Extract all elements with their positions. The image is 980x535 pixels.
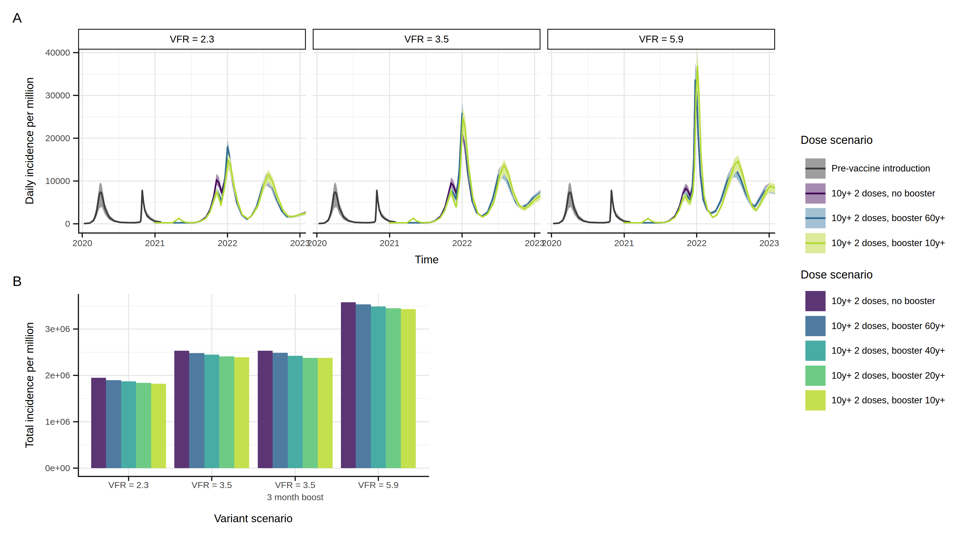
facet-strip-vfr-5.9: VFR = 5.9 <box>547 29 775 50</box>
x-tick-label: 2021 <box>370 238 409 248</box>
y-tick-mark <box>73 95 78 96</box>
legend-key-swatch <box>805 390 826 410</box>
series-line-booster_10 <box>624 66 775 223</box>
y-tick-mark <box>73 52 78 53</box>
legend-key-swatch <box>805 341 826 361</box>
y-tick-label: 1e+06 <box>29 417 70 427</box>
y-tick-label: 0e+00 <box>29 463 70 473</box>
bar-3.5-s3 <box>302 358 317 468</box>
bar-3.5-s1 <box>273 353 288 468</box>
bar-3.5-s0 <box>258 351 273 468</box>
legend-key-line <box>805 193 826 194</box>
x-tick-label: 2020 <box>532 238 571 248</box>
legend-key-swatch <box>805 366 826 386</box>
x-tick-mark <box>768 233 770 238</box>
x-tick-mark <box>299 233 301 238</box>
bar-5.9-s4 <box>401 309 416 468</box>
facet-plot-2.3 <box>78 50 306 234</box>
y-tick-mark <box>73 137 78 139</box>
y-tick-mark <box>73 468 78 469</box>
bar-3.5-s4 <box>318 358 332 468</box>
series-line-pre-vaccine <box>554 190 630 224</box>
facet-plot-3.5 <box>313 50 541 234</box>
legend-key-line <box>805 217 826 219</box>
bar-5.9-s0 <box>341 302 356 468</box>
facet-strip-vfr-2.3: VFR = 2.3 <box>78 29 306 50</box>
y-tick-label: 10000 <box>29 176 70 186</box>
x-tick-mark <box>696 233 697 238</box>
legend-key-line <box>805 168 826 169</box>
panel-b-x-axis-title: Variant scenario <box>214 513 293 525</box>
legend-a-title: Dose scenario <box>801 134 873 147</box>
y-tick-mark <box>73 223 78 224</box>
legend-key-swatch <box>805 316 826 336</box>
legend-key-ribbon <box>805 184 826 204</box>
bar-3.5-s3 <box>219 356 234 468</box>
facet-plot-5.9 <box>547 50 775 234</box>
legend-b-item-label: 10y+ 2 doses, booster 40y+ <box>832 341 945 361</box>
category-sublabel: 3 month boost <box>248 492 343 502</box>
x-tick-mark <box>389 233 390 238</box>
category-label: VFR = 5.9 <box>337 480 420 490</box>
legend-key-line <box>805 242 826 244</box>
legend-a-item-label: 10y+ 2 doses, booster 10y+ <box>832 233 945 253</box>
x-tick-mark <box>534 233 535 238</box>
facet-strip-vfr-3.5: VFR = 3.5 <box>313 29 541 50</box>
figure-canvas: { "figure": { "panel_a_label": "A", "pan… <box>0 0 980 535</box>
x-tick-label: 2020 <box>63 238 102 248</box>
y-tick-mark <box>73 329 78 330</box>
legend-b-item-label: 10y+ 2 doses, booster 60y+ <box>832 316 945 336</box>
legend-b-item-label: 10y+ 2 doses, booster 10y+ <box>832 390 945 410</box>
bar-3.5-s2 <box>204 355 219 468</box>
x-tick-mark <box>624 233 625 238</box>
x-tick-mark <box>461 233 463 238</box>
category-label: VFR = 3.5 <box>170 480 253 490</box>
x-tick-label: 2020 <box>298 238 336 248</box>
legend-a-item-label: 10y+ 2 doses, no booster <box>832 184 935 204</box>
bar-3.5-s1 <box>189 353 204 468</box>
x-tick-mark <box>316 233 317 238</box>
bar-2.3-s2 <box>121 381 136 468</box>
y-tick-label: 3e+06 <box>29 324 70 334</box>
y-tick-label: 40000 <box>29 48 70 57</box>
bar-3.5-s2 <box>288 356 302 468</box>
y-tick-mark <box>73 180 78 182</box>
legend-a-item-label: 10y+ 2 doses, booster 60y+ <box>832 208 945 228</box>
x-tick-label: 2022 <box>208 238 247 248</box>
legend-b-title: Dose scenario <box>801 268 873 281</box>
bar-3.5-s4 <box>234 357 249 468</box>
y-tick-label: 0 <box>29 219 70 229</box>
bar-2.3-s3 <box>136 383 151 468</box>
bar-2.3-s4 <box>151 384 166 468</box>
x-tick-mark <box>154 233 156 238</box>
y-tick-label: 20000 <box>29 133 70 143</box>
category-label: VFR = 2.3 <box>87 480 170 490</box>
series-ribbon-booster_10 <box>624 51 775 223</box>
bar-2.3-s1 <box>106 380 121 468</box>
series-line-booster_10 <box>390 118 541 223</box>
panel-b-label: B <box>13 273 22 289</box>
x-tick-mark <box>551 233 552 238</box>
x-tick-mark <box>82 233 83 238</box>
y-tick-mark <box>73 375 78 376</box>
legend-key-ribbon <box>805 208 826 228</box>
legend-a-item-label: Pre-vaccine introduction <box>832 158 931 179</box>
panel-a-label: A <box>13 10 22 26</box>
panel-b-y-axis-title: Total incidence per million <box>24 322 36 448</box>
panel-a-x-axis-title: Time <box>415 254 439 266</box>
bar-5.9-s2 <box>371 307 386 468</box>
bar-5.9-s1 <box>356 304 371 468</box>
series-line-pre-vaccine <box>319 190 396 224</box>
series-line-pre-vaccine <box>84 190 161 224</box>
legend-key-ribbon <box>805 233 826 253</box>
x-tick-mark <box>227 233 228 238</box>
bar-5.9-s3 <box>386 308 401 468</box>
legend-key-ribbon <box>805 158 826 179</box>
x-tick-label: 2022 <box>678 238 716 248</box>
y-tick-label: 30000 <box>29 90 70 101</box>
legend-b-item-label: 10y+ 2 doses, booster 20y+ <box>832 366 945 386</box>
x-tick-label: 2021 <box>605 238 644 248</box>
category-label: VFR = 3.5 <box>254 480 337 490</box>
y-tick-mark <box>73 421 78 422</box>
bar-3.5-s0 <box>174 351 189 468</box>
